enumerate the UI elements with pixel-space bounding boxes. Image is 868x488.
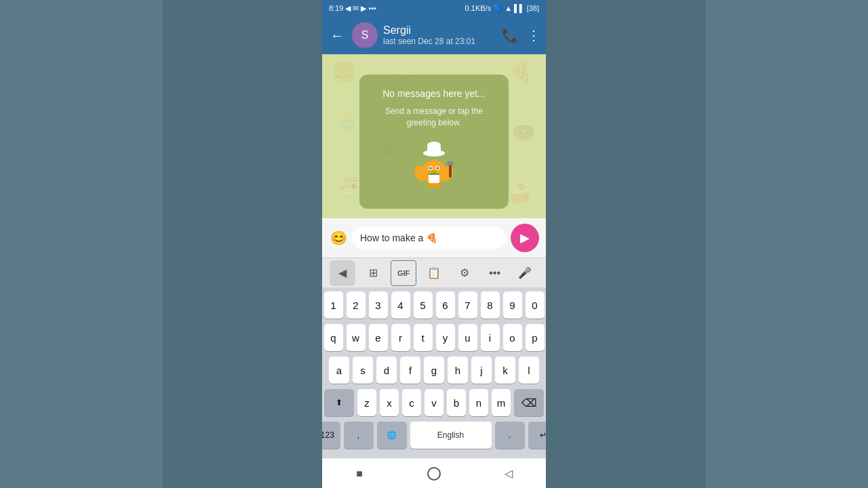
more-icon: ••• bbox=[489, 267, 500, 279]
enter-icon: ↵ bbox=[540, 430, 547, 440]
key-s[interactable]: s bbox=[353, 357, 373, 384]
key-2[interactable]: 2 bbox=[347, 291, 366, 319]
enter-key[interactable]: ↵ bbox=[528, 422, 547, 449]
backspace-key[interactable]: ⌫ bbox=[514, 389, 544, 416]
clipboard-icon: 📋 bbox=[427, 266, 441, 279]
key-c[interactable]: c bbox=[402, 389, 421, 416]
recent-apps-button[interactable]: ■ bbox=[350, 464, 369, 483]
key-k[interactable]: k bbox=[495, 357, 515, 384]
send-button[interactable]: ▶ bbox=[511, 224, 539, 252]
key-w[interactable]: w bbox=[347, 324, 366, 351]
call-button[interactable]: 📞 bbox=[502, 27, 519, 43]
key-t[interactable]: t bbox=[414, 324, 433, 351]
settings-icon: ⚙ bbox=[460, 266, 469, 279]
key-m[interactable]: m bbox=[492, 389, 511, 416]
key-0[interactable]: 0 bbox=[526, 291, 545, 319]
key-h[interactable]: h bbox=[448, 357, 468, 384]
symbols-key[interactable]: ?123 bbox=[322, 422, 340, 449]
key-g[interactable]: g bbox=[424, 357, 444, 384]
signal-bars: ▌▌ bbox=[514, 4, 525, 12]
more-button[interactable]: ••• bbox=[482, 260, 508, 286]
svg-rect-13 bbox=[447, 161, 454, 165]
menu-button[interactable]: ⋮ bbox=[527, 27, 540, 43]
welcome-subtitle: Send a message or tap the greeting below… bbox=[376, 106, 492, 129]
key-f[interactable]: f bbox=[400, 357, 420, 384]
more-dots: ••• bbox=[368, 4, 376, 12]
globe-key[interactable]: 🌐 bbox=[377, 422, 407, 449]
comma-key[interactable]: , bbox=[344, 422, 374, 449]
qwerty-row: q w e r t y u i o p bbox=[325, 324, 543, 351]
svg-rect-16 bbox=[429, 174, 439, 175]
key-a[interactable]: a bbox=[329, 357, 349, 384]
back-nav-button[interactable]: ◁ bbox=[499, 464, 518, 483]
back-button[interactable]: ← bbox=[328, 25, 347, 46]
home-button[interactable] bbox=[425, 464, 443, 483]
key-4[interactable]: 4 bbox=[391, 291, 410, 319]
settings-button[interactable]: ⚙ bbox=[452, 260, 477, 286]
key-d[interactable]: d bbox=[376, 357, 397, 384]
key-b[interactable]: b bbox=[447, 389, 466, 416]
key-q[interactable]: q bbox=[324, 324, 343, 351]
key-e[interactable]: e bbox=[369, 324, 388, 351]
shift-key[interactable]: ⬆ bbox=[324, 389, 354, 416]
battery-icon: [38] bbox=[527, 4, 539, 12]
status-left: 8:19 ◀ ✉ ▶ ••• bbox=[329, 4, 376, 13]
left-panel bbox=[163, 0, 322, 488]
number-row: 1 2 3 4 5 6 7 8 9 0 bbox=[325, 291, 543, 319]
svg-rect-12 bbox=[449, 164, 452, 178]
clipboard-button[interactable]: 📋 bbox=[421, 260, 447, 286]
sticker-button[interactable]: 😊 bbox=[329, 228, 348, 247]
shift-icon: ⬆ bbox=[336, 398, 342, 407]
keyboard-back-button[interactable]: ◀ bbox=[330, 260, 355, 286]
key-3[interactable]: 3 bbox=[369, 291, 388, 319]
contact-status: last seen Dec 28 at 23:01 bbox=[383, 37, 496, 46]
key-u[interactable]: u bbox=[458, 324, 477, 351]
bluetooth-icon: 🔵 bbox=[493, 4, 502, 13]
key-v[interactable]: v bbox=[425, 389, 443, 416]
key-j[interactable]: j bbox=[471, 357, 492, 384]
key-5[interactable]: 5 bbox=[414, 291, 433, 319]
bottom-row: ?123 , 🌐 English . ↵ bbox=[325, 422, 543, 449]
contact-avatar[interactable]: S bbox=[352, 22, 378, 48]
sticker-panel-button[interactable]: ⊞ bbox=[360, 260, 386, 286]
key-p[interactable]: p bbox=[526, 324, 545, 351]
key-r[interactable]: r bbox=[391, 324, 410, 351]
bottom-navigation: ■ ◁ bbox=[322, 458, 546, 488]
key-i[interactable]: i bbox=[481, 324, 500, 351]
key-x[interactable]: x bbox=[380, 389, 399, 416]
right-panel bbox=[546, 0, 705, 488]
svg-point-2 bbox=[427, 142, 441, 148]
key-o[interactable]: o bbox=[503, 324, 522, 351]
chef-chicken-illustration bbox=[407, 138, 461, 192]
phone-screen: 8:19 ◀ ✉ ▶ ••• 0.1KB/s 🔵 ▲ ▌▌ [38] ← S S… bbox=[322, 0, 546, 488]
key-y[interactable]: y bbox=[436, 324, 455, 351]
gif-label: GIF bbox=[397, 269, 410, 277]
chat-area: 🍔 🥤 🍕 🧁 🍩 🍜 🍰 🥗 No messages here yet... … bbox=[322, 54, 546, 218]
media-icon: ▶ bbox=[361, 4, 366, 13]
notification-icon: ✉ bbox=[353, 4, 359, 13]
key-7[interactable]: 7 bbox=[458, 291, 477, 319]
sticker-icon: 😊 bbox=[330, 230, 347, 246]
bg-icon-7: 🍰 bbox=[509, 182, 532, 205]
gif-button[interactable]: GIF bbox=[391, 260, 416, 286]
data-speed: 0.1KB/s bbox=[465, 4, 492, 12]
message-input-box[interactable]: How to make a 🍕 bbox=[352, 227, 507, 249]
contact-name: Sergii bbox=[383, 24, 496, 37]
key-z[interactable]: z bbox=[357, 389, 376, 416]
keyboard: 1 2 3 4 5 6 7 8 9 0 q w e r t y u i o p … bbox=[322, 287, 546, 458]
key-9[interactable]: 9 bbox=[503, 291, 522, 319]
back-icon: ← bbox=[330, 28, 344, 43]
key-l[interactable]: l bbox=[519, 357, 539, 384]
microphone-button[interactable]: 🎤 bbox=[512, 260, 538, 286]
status-bar: 8:19 ◀ ✉ ▶ ••• 0.1KB/s 🔵 ▲ ▌▌ [38] bbox=[322, 0, 546, 16]
key-8[interactable]: 8 bbox=[481, 291, 500, 319]
key-1[interactable]: 1 bbox=[324, 291, 343, 319]
key-n[interactable]: n bbox=[469, 389, 488, 416]
mic-icon: 🎤 bbox=[518, 266, 532, 279]
period-key[interactable]: . bbox=[495, 422, 525, 449]
svg-point-17 bbox=[427, 184, 434, 188]
key-6[interactable]: 6 bbox=[436, 291, 455, 319]
zxcv-row: ⬆ z x c v b n m ⌫ bbox=[325, 389, 543, 416]
send-icon: ▶ bbox=[520, 230, 530, 245]
space-key[interactable]: English bbox=[410, 422, 492, 449]
